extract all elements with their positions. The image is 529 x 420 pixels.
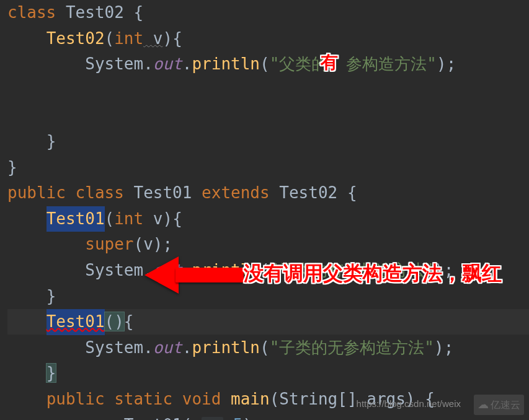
identifier: System [85, 261, 143, 279]
code-line[interactable]: Test01(int v){ [7, 206, 529, 232]
keyword: int [114, 29, 143, 48]
code-line[interactable]: } [7, 155, 529, 181]
keyword: class [7, 3, 56, 22]
brace: { [347, 183, 357, 202]
class-name: Test01 [124, 183, 202, 202]
type: String [279, 390, 337, 408]
paren: ); [242, 416, 262, 421]
code-line[interactable]: } [7, 129, 529, 155]
param: v [143, 29, 162, 48]
brace: } [7, 158, 17, 177]
number: 5 [223, 416, 242, 421]
string: "父类的 [270, 55, 328, 73]
paren: ){ [162, 29, 182, 48]
keyword: extends [202, 183, 270, 202]
field: out [153, 55, 182, 73]
keyword: public [7, 183, 66, 202]
paren: ( [260, 338, 270, 357]
string: "子类的无参构造方法" [270, 338, 434, 357]
brace: } [47, 287, 56, 305]
keyword: static [105, 390, 173, 408]
keyword: public [47, 390, 105, 408]
brace: } [47, 364, 56, 382]
code-line[interactable]: super(v); [7, 232, 529, 258]
arrow-body [176, 268, 244, 282]
class-name: Test02 [56, 3, 133, 22]
code-line[interactable]: Test02(int v){ [7, 26, 529, 52]
paren: ( [105, 29, 115, 48]
dot: . [182, 55, 192, 73]
paren: ){ [162, 209, 182, 228]
brace: { [134, 3, 144, 22]
identifier: System [85, 55, 143, 73]
code-line[interactable]: public class Test01 extends Test02 { [7, 180, 529, 206]
code-editor[interactable]: class Test02 { Test02(int v){ System.out… [0, 0, 529, 420]
annotation-badge: 有 [321, 49, 338, 77]
paren: ( [260, 55, 270, 73]
method: main [221, 390, 269, 408]
annotation-text: 没有调用父类构造方法，飘红 [244, 258, 502, 289]
identifier: System [85, 338, 143, 357]
paren: ( [270, 390, 280, 408]
brace: { [124, 312, 134, 331]
param-hint: v: [202, 417, 223, 421]
class-name: Test02 [270, 183, 347, 202]
code-line[interactable]: class Test02 { [7, 0, 529, 26]
dot: . [143, 55, 153, 73]
paren: ); [437, 55, 456, 73]
method: println [192, 55, 260, 73]
dot: . [182, 338, 192, 357]
watermark-logo: ☁亿速云 [474, 395, 524, 415]
constructor: Test02 [47, 29, 105, 48]
field: out [153, 338, 182, 357]
method: println [192, 338, 260, 357]
code-line[interactable]: Test01(){ [7, 309, 529, 335]
constructor-error: Test01 [47, 309, 105, 335]
param: v [143, 209, 162, 228]
arrow-head-icon [144, 256, 179, 294]
constructor: Test01 [47, 206, 105, 232]
paren: ); [434, 338, 453, 357]
string: 参构造方法" [327, 55, 437, 73]
paren: (v); [134, 235, 173, 253]
paren: ( [105, 209, 115, 228]
code-line[interactable]: new Test01( v: 5); [7, 413, 529, 421]
brace: } [47, 132, 56, 151]
logo-text: 亿速云 [491, 397, 520, 413]
keyword: super [85, 235, 133, 253]
code-line[interactable]: } [7, 361, 529, 387]
keyword: void [172, 390, 221, 408]
watermark-url: https://blog.csdn.net/weix [357, 396, 461, 411]
dot: . [143, 338, 153, 357]
annotation-arrow: 没有调用父类构造方法，飘红 [144, 261, 529, 290]
keyword: class [66, 183, 124, 202]
code-line[interactable]: System.out.println("子类的无参构造方法"); [7, 335, 529, 361]
cloud-icon: ☁ [478, 396, 489, 414]
keyword: new [85, 416, 114, 421]
constructor-call: Test01( [114, 416, 202, 421]
keyword: int [114, 209, 143, 228]
paren: () [105, 312, 124, 331]
code-line[interactable]: System.out.println("父类的参构造方法"); 有 [7, 51, 529, 129]
